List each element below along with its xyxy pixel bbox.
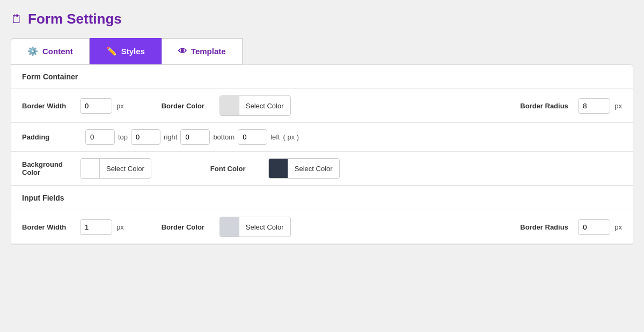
settings-content: Form Container Border Width px Border Co… bbox=[11, 64, 633, 245]
input-border-radius-cell: Border Radius px bbox=[520, 219, 622, 235]
tab-template[interactable]: 👁 Template bbox=[162, 38, 243, 64]
padding-top-label: top bbox=[118, 133, 128, 141]
input-border-color-swatch bbox=[220, 217, 239, 237]
border-radius-unit: px bbox=[614, 102, 622, 110]
input-border-width-cell: Border Width px bbox=[22, 219, 124, 235]
input-fields-header: Input Fields bbox=[11, 186, 633, 210]
styles-tab-icon: ✏️ bbox=[106, 46, 117, 56]
template-tab-label: Template bbox=[191, 47, 226, 56]
input-fields-section: Input Fields Border Width px Border Colo… bbox=[11, 186, 633, 245]
font-color-btn-label: Select Color bbox=[288, 165, 339, 173]
input-border-color-btn[interactable]: Select Color bbox=[219, 217, 291, 237]
border-width-cell: Border Width px bbox=[22, 98, 124, 114]
border-width-unit: px bbox=[116, 102, 124, 110]
bg-color-label: BackgroundColor bbox=[22, 160, 76, 176]
padding-right-input[interactable] bbox=[131, 129, 160, 145]
padding-left-label: left bbox=[270, 133, 280, 141]
border-width-label: Border Width bbox=[22, 102, 76, 110]
form-container-border-color-btn[interactable]: Select Color bbox=[219, 95, 291, 116]
form-container-header: Form Container bbox=[11, 65, 633, 89]
padding-label: Padding bbox=[22, 133, 81, 141]
padding-right-label: right bbox=[164, 133, 177, 141]
bg-color-swatch bbox=[80, 159, 100, 178]
styles-tab-label: Styles bbox=[121, 47, 145, 56]
form-container-border-row: Border Width px Border Color Select Colo… bbox=[11, 89, 633, 123]
tabs-container: ⚙️ Content ✏️ Styles 👁 Template bbox=[11, 38, 633, 64]
border-radius-cell: Border Radius px bbox=[520, 98, 622, 114]
tab-styles[interactable]: ✏️ Styles bbox=[90, 38, 162, 64]
border-width-input[interactable] bbox=[80, 98, 112, 114]
input-border-width-unit: px bbox=[116, 223, 124, 231]
form-container-section: Form Container Border Width px Border Co… bbox=[11, 65, 633, 186]
page-header: 🗒 Form Settings bbox=[11, 11, 633, 27]
input-border-radius-unit: px bbox=[614, 223, 622, 231]
bg-color-cell: BackgroundColor Select Color bbox=[22, 158, 151, 179]
input-border-color-btn-label: Select Color bbox=[239, 223, 290, 231]
padding-inputs: top right bottom left ( px ) bbox=[85, 129, 299, 145]
padding-top-input[interactable] bbox=[85, 129, 115, 145]
input-border-width-label: Border Width bbox=[22, 223, 76, 231]
input-border-color-label: Border Color bbox=[162, 223, 215, 231]
input-border-color-cell: Border Color Select Color bbox=[162, 217, 291, 237]
tab-content[interactable]: ⚙️ Content bbox=[11, 38, 90, 64]
padding-unit: ( px ) bbox=[283, 133, 299, 141]
form-container-border-color-btn-label: Select Color bbox=[239, 102, 290, 110]
bg-color-btn[interactable]: Select Color bbox=[80, 158, 151, 179]
font-color-swatch bbox=[269, 159, 288, 178]
content-tab-label: Content bbox=[42, 47, 73, 56]
form-container-border-color-swatch bbox=[220, 96, 239, 115]
input-border-radius-label: Border Radius bbox=[520, 223, 574, 231]
page-title: Form Settings bbox=[28, 11, 122, 27]
font-color-btn[interactable]: Select Color bbox=[268, 158, 340, 179]
padding-bottom-label: bottom bbox=[213, 133, 235, 141]
content-tab-icon: ⚙️ bbox=[27, 46, 38, 56]
padding-row: Padding top right bottom left ( px ) bbox=[11, 123, 633, 152]
font-color-cell: Font Color Select Color bbox=[210, 158, 340, 179]
input-border-row: Border Width px Border Color Select Colo… bbox=[11, 210, 633, 244]
border-color-label: Border Color bbox=[162, 102, 215, 110]
form-settings-icon: 🗒 bbox=[11, 12, 23, 26]
padding-left-input[interactable] bbox=[238, 129, 267, 145]
input-border-width-input[interactable] bbox=[80, 219, 112, 235]
padding-bottom-input[interactable] bbox=[180, 129, 210, 145]
bg-color-btn-label: Select Color bbox=[100, 165, 151, 173]
border-radius-label: Border Radius bbox=[520, 102, 574, 110]
template-tab-icon: 👁 bbox=[178, 47, 187, 56]
border-radius-input[interactable] bbox=[578, 98, 610, 114]
input-border-radius-input[interactable] bbox=[578, 219, 610, 235]
font-color-label: Font Color bbox=[210, 165, 264, 173]
bg-font-color-row: BackgroundColor Select Color Font Color … bbox=[11, 152, 633, 186]
border-color-cell: Border Color Select Color bbox=[162, 95, 291, 116]
